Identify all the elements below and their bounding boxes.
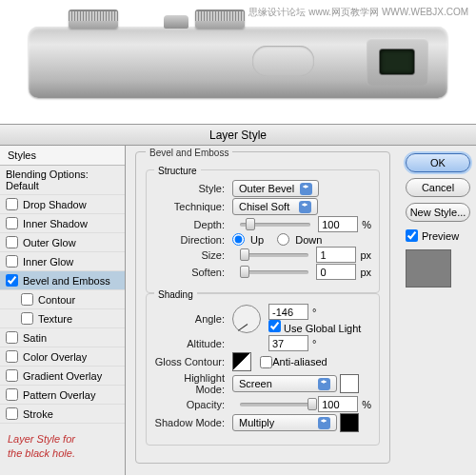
stroke-row[interactable]: Stroke (0, 405, 125, 424)
inner-glow-row[interactable]: Inner Glow (0, 252, 125, 271)
inner-shadow-row[interactable]: Inner Shadow (0, 214, 125, 233)
direction-up-label: Up (250, 234, 264, 246)
new-style-button[interactable]: New Style... (406, 203, 470, 222)
depth-unit: % (362, 219, 371, 230)
pattern-overlay-label: Pattern Overlay (23, 389, 95, 401)
camera-viewfinder (367, 38, 428, 86)
texture-label: Texture (38, 313, 72, 325)
size-field[interactable] (316, 247, 356, 263)
size-unit: px (360, 249, 371, 261)
color-overlay-checkbox[interactable] (6, 350, 18, 363)
highlight-mode-select[interactable]: Screen (232, 375, 337, 392)
color-overlay-label: Color Overlay (23, 351, 87, 363)
ok-button[interactable]: OK (406, 153, 470, 172)
dropdown-arrow-icon (299, 201, 311, 213)
dropdown-arrow-icon (300, 183, 312, 195)
drop-shadow-row[interactable]: Drop Shadow (0, 195, 125, 214)
drop-shadow-checkbox[interactable] (6, 198, 18, 210)
angle-field[interactable] (268, 304, 308, 320)
preview-checkbox[interactable] (406, 229, 418, 242)
bevel-emboss-checkbox[interactable] (6, 274, 18, 287)
camera-shutter (164, 15, 188, 29)
bevel-emboss-row[interactable]: Bevel and Emboss (0, 271, 125, 290)
highlight-mode-label: Highlight Mode: (154, 372, 232, 395)
depth-slider[interactable] (240, 223, 310, 227)
buttons-panel: OK Cancel New Style... Preview (400, 146, 476, 475)
gradient-overlay-row[interactable]: Gradient Overlay (0, 367, 125, 386)
gradient-overlay-checkbox[interactable] (6, 369, 18, 382)
camera-flash (252, 46, 314, 76)
shadow-mode-select[interactable]: Multiply (232, 414, 337, 431)
highlight-opacity-field[interactable] (318, 396, 358, 412)
shadow-color-swatch[interactable] (340, 413, 359, 432)
soften-field[interactable] (316, 264, 356, 280)
satin-checkbox[interactable] (6, 331, 18, 344)
inner-glow-label: Inner Glow (23, 256, 73, 268)
contour-checkbox[interactable] (21, 293, 33, 306)
panel-title: Bevel and Emboss (146, 148, 232, 158)
outer-glow-label: Outer Glow (23, 237, 76, 248)
satin-label: Satin (23, 332, 47, 344)
camera-dial-left (69, 10, 118, 29)
drop-shadow-label: Drop Shadow (23, 199, 87, 210)
technique-label: Technique: (154, 201, 232, 212)
technique-value: Chisel Soft (239, 201, 289, 212)
gloss-contour-label: Gloss Contour: (154, 356, 232, 367)
preview-swatch (406, 249, 451, 288)
style-label: Style: (154, 183, 232, 194)
inner-glow-checkbox[interactable] (6, 255, 18, 268)
pattern-overlay-row[interactable]: Pattern Overlay (0, 386, 125, 405)
size-label: Size: (154, 249, 232, 261)
global-light-checkbox[interactable] (268, 320, 281, 332)
outer-glow-row[interactable]: Outer Glow (0, 233, 125, 252)
blending-options-label: Blending Options: Default (6, 169, 119, 191)
depth-label: Depth: (154, 219, 232, 230)
depth-field[interactable] (318, 216, 358, 232)
texture-checkbox[interactable] (21, 312, 33, 325)
cancel-button[interactable]: Cancel (406, 178, 470, 197)
texture-row[interactable]: Texture (0, 309, 125, 328)
highlight-opacity-label: Opacity: (154, 399, 232, 410)
highlight-color-swatch[interactable] (340, 374, 359, 393)
caption-text: Layer Style forthe black hole. (8, 431, 75, 461)
inner-shadow-checkbox[interactable] (6, 217, 18, 229)
antialiased-checkbox[interactable] (260, 356, 272, 368)
size-slider[interactable] (240, 253, 308, 257)
direction-up-radio[interactable] (232, 233, 245, 246)
gloss-contour-picker[interactable] (232, 352, 251, 371)
shadow-mode-label: Shadow Mode: (154, 417, 232, 428)
highlight-opacity-unit: % (362, 399, 371, 410)
inner-shadow-label: Inner Shadow (23, 218, 88, 229)
preview-label: Preview (422, 230, 459, 242)
watermark-text: 思缘设计论坛 www.网页教学网 WWW.WEBJX.COM (248, 6, 468, 19)
direction-down-radio[interactable] (277, 233, 289, 246)
styles-header[interactable]: Styles (0, 146, 125, 166)
style-select[interactable]: Outer Bevel (232, 180, 319, 197)
altitude-label: Altitude: (154, 338, 232, 349)
highlight-opacity-slider[interactable] (240, 403, 310, 407)
layer-style-dialog: Layer Style Styles Blending Options: Def… (0, 124, 476, 475)
stroke-checkbox[interactable] (6, 407, 18, 420)
angle-dial[interactable] (232, 305, 261, 333)
highlight-mode-value: Screen (239, 378, 272, 389)
pattern-overlay-checkbox[interactable] (6, 388, 18, 401)
technique-select[interactable]: Chisel Soft (232, 198, 318, 215)
shading-legend: Shading (154, 289, 197, 300)
altitude-field[interactable] (268, 335, 308, 351)
camera-dial-right (195, 10, 245, 29)
settings-panel: Bevel and Emboss Structure Style:Outer B… (126, 146, 400, 475)
contour-row[interactable]: Contour (0, 290, 125, 309)
outer-glow-checkbox[interactable] (6, 236, 18, 248)
soften-slider[interactable] (240, 270, 308, 274)
gradient-overlay-label: Gradient Overlay (23, 370, 102, 382)
satin-row[interactable]: Satin (0, 328, 125, 347)
dropdown-arrow-icon (318, 417, 330, 429)
shadow-mode-value: Multiply (239, 417, 274, 428)
styles-panel: Styles Blending Options: Default Drop Sh… (0, 146, 126, 475)
dropdown-arrow-icon (318, 378, 330, 390)
direction-down-label: Down (295, 234, 322, 246)
contour-label: Contour (38, 294, 75, 306)
blending-options-row[interactable]: Blending Options: Default (0, 166, 125, 195)
structure-legend: Structure (154, 166, 201, 176)
color-overlay-row[interactable]: Color Overlay (0, 347, 125, 367)
